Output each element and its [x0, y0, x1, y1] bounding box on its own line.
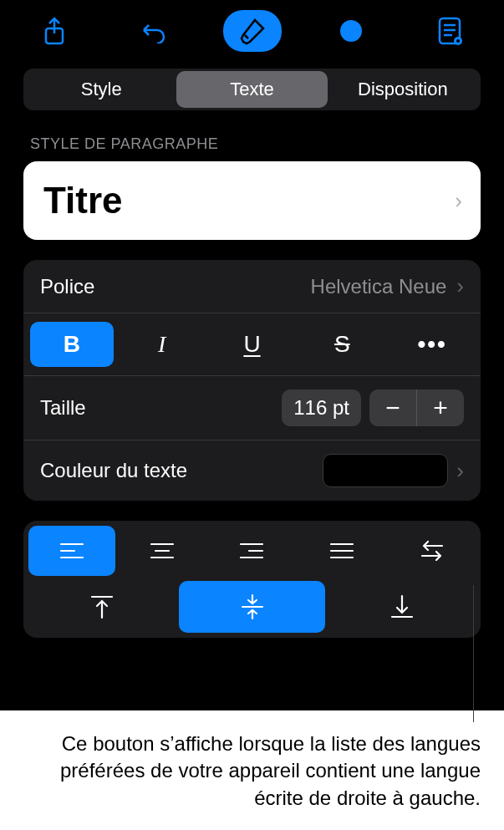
share-button[interactable] [25, 10, 84, 52]
underline-button[interactable]: U [211, 322, 294, 367]
svg-point-3 [349, 29, 353, 33]
more-button[interactable] [322, 10, 380, 52]
color-swatch [323, 454, 448, 487]
format-button[interactable] [223, 10, 282, 52]
format-tabs: Style Texte Disposition [23, 69, 481, 110]
text-direction-button[interactable] [389, 526, 476, 576]
text-color-row[interactable]: Couleur du texte › [23, 440, 481, 501]
text-style-row: B I U S ••• [23, 313, 481, 376]
size-decrease-button[interactable]: − [369, 390, 416, 426]
tab-layout[interactable]: Disposition [328, 71, 478, 108]
valign-top-button[interactable] [28, 581, 176, 633]
chevron-right-icon: › [456, 458, 464, 484]
alignment-group [23, 521, 481, 638]
align-left-button[interactable] [28, 526, 115, 576]
chevron-right-icon: › [455, 188, 462, 214]
svg-point-7 [456, 39, 460, 43]
document-options-button[interactable] [420, 10, 479, 52]
vertical-align-row [28, 581, 476, 633]
valign-middle-button[interactable] [179, 581, 326, 633]
svg-point-4 [355, 29, 359, 33]
undo-button[interactable] [124, 10, 182, 52]
valign-bottom-button[interactable] [328, 581, 476, 633]
paragraph-style-header: Style de paragraphe [0, 110, 504, 161]
caption-text: Ce bouton s’affiche lorsque la liste des… [23, 731, 481, 812]
align-justify-button[interactable] [298, 526, 385, 576]
font-row[interactable]: Police Helvetica Neue › [23, 260, 481, 313]
top-toolbar [0, 0, 504, 69]
size-label: Taille [40, 396, 86, 420]
paragraph-style-selector[interactable]: Titre › [23, 161, 481, 240]
align-center-button[interactable] [119, 526, 206, 576]
font-value: Helvetica Neue [311, 275, 447, 298]
font-label: Police [40, 275, 94, 298]
size-stepper: − + [369, 390, 464, 426]
callout-line [473, 585, 474, 722]
paragraph-style-name: Titre [43, 180, 123, 222]
tab-style[interactable]: Style [26, 71, 176, 108]
tab-text[interactable]: Texte [176, 71, 327, 108]
svg-point-2 [344, 29, 347, 33]
italic-button[interactable]: I [120, 322, 204, 367]
strikethrough-button[interactable]: S [300, 322, 384, 367]
text-format-group: Police Helvetica Neue › B I U S ••• Tail… [23, 260, 481, 501]
text-color-label: Couleur du texte [40, 459, 187, 482]
size-increase-button[interactable]: + [417, 390, 464, 426]
more-text-options-button[interactable]: ••• [390, 322, 474, 367]
horizontal-align-row [28, 526, 476, 576]
bold-button[interactable]: B [30, 322, 114, 367]
caption-wrap: Ce bouton s’affiche lorsque la liste des… [0, 710, 504, 812]
chevron-right-icon: › [456, 273, 464, 299]
size-value[interactable]: 116 pt [282, 390, 361, 426]
align-right-button[interactable] [209, 526, 296, 576]
size-row: Taille 116 pt − + [23, 376, 481, 440]
